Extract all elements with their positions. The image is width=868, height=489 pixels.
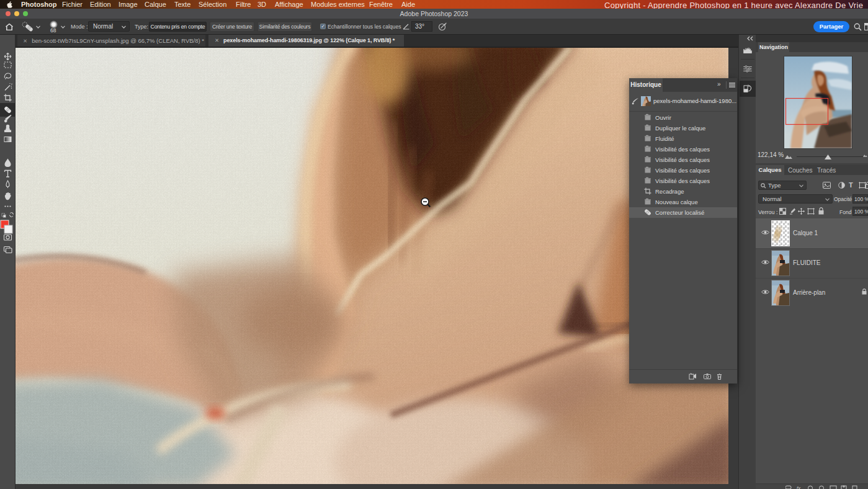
svg-text:fx: fx [797, 485, 801, 489]
